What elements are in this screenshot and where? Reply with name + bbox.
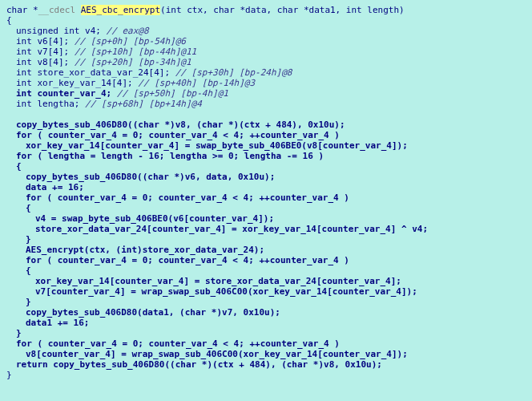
decompiled-code-block: char *__cdecl AES_cbc_encrypt(int ctx, c… [6,5,526,380]
stmt: v8[counter_var_4] = wrap_swap_sub_406C00… [6,349,526,359]
var-decl: int lengtha; // [sp+68h] [bp+14h]@4 [6,99,526,109]
stmt: for ( counter_var_4 = 0; counter_var_4 <… [6,338,526,349]
stmt: for ( lengtha = length - 16; lengtha >= … [6,151,526,161]
fn-params: (int ctx, char *data, char *data1, int l… [160,5,405,15]
stmt: v7[counter_var_4] = wrap_swap_sub_406C00… [6,286,526,297]
var-decl: int v6[4]; // [sp+0h] [bp-54h]@6 [6,36,526,47]
ret-type: char * [6,5,38,15]
brace-open: { [6,15,526,26]
stmt: copy_bytes_sub_406D80((char *)v6, data, … [6,172,526,182]
stmt: for ( counter_var_4 = 0; counter_var_4 <… [6,192,526,203]
stmt: for ( counter_var_4 = 0; counter_var_4 <… [6,255,526,265]
stmt: xor_key_var_14[counter_var_4] = store_xo… [6,276,526,286]
brace-open: { [6,203,526,213]
var-decl: int store_xor_data_var_24[4]; // [sp+30h… [6,67,526,78]
call-conv: __cdecl [38,5,81,15]
var-decl: int xor_key_var_14[4]; // [sp+40h] [bp-1… [6,78,526,88]
stmt: data1 += 16; [6,318,526,328]
var-decl: int v8[4]; // [sp+20h] [bp-34h]@1 [6,57,526,67]
stmt: v4 = swap_byte_sub_406BE0(v6[counter_var… [6,213,526,224]
fn-signature: char *__cdecl AES_cbc_encrypt(int ctx, c… [6,5,526,15]
brace-open: { [6,265,526,276]
stmt: copy_bytes_sub_406D80((char *)v8, (char … [6,119,526,130]
stmt: return copy_bytes_sub_406D80((char *)(ct… [6,359,526,370]
stmt: for ( counter_var_4 = 0; counter_var_4 <… [6,130,526,140]
brace-close: } [6,234,526,245]
brace-close: } [6,297,526,307]
var-decl: int v7[4]; // [sp+10h] [bp-44h]@11 [6,47,526,57]
stmt: xor_key_var_14[counter_var_4] = swap_byt… [6,140,526,151]
stmt: store_xor_data_var_24[counter_var_4] = x… [6,224,526,234]
var-decl: int counter_var_4; // [sp+50h] [bp-4h]@1 [6,88,526,99]
brace-close: } [6,328,526,338]
stmt: data += 16; [6,182,526,192]
brace-close: } [6,370,526,380]
stmt: copy_bytes_sub_406D80(data1, (char *)v7,… [6,307,526,318]
var-decl: unsigned int v4; // eax@8 [6,26,526,36]
fn-name: AES_cbc_encrypt [81,5,160,15]
stmt: AES_encrypt(ctx, (int)store_xor_data_var… [6,245,526,255]
blank-line [6,109,526,119]
brace-open: { [6,161,526,172]
